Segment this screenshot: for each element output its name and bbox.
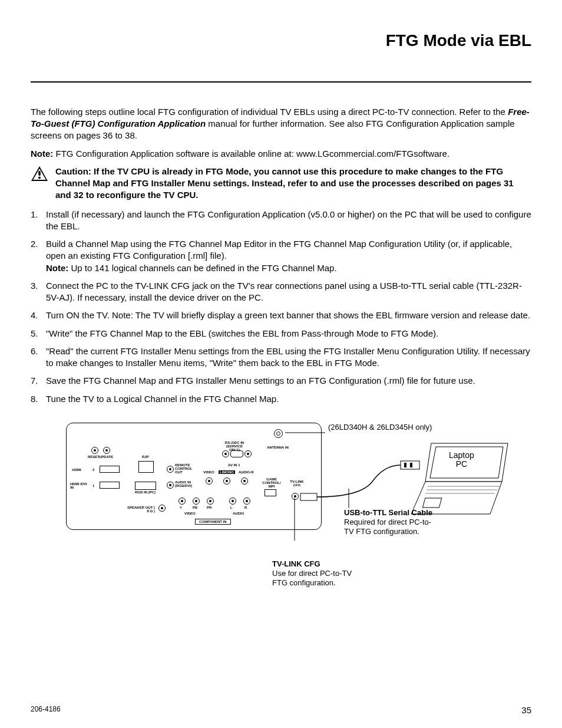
port-label: AV IN 1	[228, 463, 240, 467]
port-label: 1	[92, 484, 94, 487]
tvlink-heading: TV-LINK CFG	[272, 559, 361, 569]
divider	[31, 81, 531, 83]
usb-cable-callout: USB-to-TTL Serial Cable Required for dir…	[344, 508, 432, 537]
note-label: Note:	[46, 263, 68, 273]
port-label: HDMI	[70, 468, 83, 472]
laptop-label-1: Laptop	[449, 450, 474, 460]
step-8: Tune the TV to a Logical Channel in the …	[31, 393, 531, 405]
port-label: 2	[92, 468, 94, 472]
page-title: FTG Mode via EBL	[31, 29, 531, 52]
svg-rect-0	[38, 171, 41, 176]
step-text: Save the FTG Channel Map and FTG Install…	[46, 375, 475, 386]
step-text: Connect the PC to the TV-LINK CFG jack o…	[46, 281, 522, 302]
note-body: FTG Configuration Application software i…	[53, 149, 449, 159]
svg-rect-6	[404, 463, 406, 467]
step-6: "Read" the current FTG Installer Menu se…	[31, 345, 531, 370]
step-text: Tune the TV to a Logical Channel in the …	[46, 394, 279, 404]
step-4: Turn ON the TV. Note: The TV will briefl…	[31, 309, 531, 321]
svg-point-1	[38, 176, 41, 179]
port-label: AUDIO-R	[239, 470, 254, 474]
steps-list: Install (if necessary) and launch the FT…	[31, 209, 531, 405]
step-1: Install (if necessary) and launch the FT…	[31, 209, 531, 233]
step-3: Connect the PC to the TV-LINK CFG jack o…	[31, 280, 531, 304]
port-label: GAME CONTROL/ MPI	[261, 477, 282, 488]
antenna-note: (26LD340H & 26LD345H only)	[328, 423, 432, 432]
tv-rear-panel: RESET UPDATE RJP HDMI 2 HDMI /DVI IN 1 R…	[66, 423, 322, 530]
software-note: Note: FTG Configuration Application soft…	[31, 148, 531, 160]
port-label: L	[230, 506, 233, 509]
port-label: VIDEO	[203, 470, 214, 474]
port-label: REMOTE CONTROL OUT	[175, 463, 194, 474]
usb-heading: USB-to-TTL Serial Cable	[344, 508, 432, 518]
step-text: "Write" the FTG Channel Map to the EBL (…	[46, 328, 438, 338]
port-label: Y	[180, 506, 182, 509]
port-label: R	[244, 506, 247, 509]
port-label: PR	[207, 506, 211, 509]
port-label: COMPONENT IN	[195, 519, 231, 525]
note-label: Note:	[31, 149, 53, 159]
port-label: TV-LINK CFG	[288, 480, 306, 487]
warning-icon	[31, 166, 48, 185]
usb-body: Required for direct PC-to-TV FTG configu…	[344, 518, 432, 537]
caution-text: Caution: If the TV CPU is already in FTG…	[55, 166, 531, 202]
port-label: ANTENNA IN	[267, 446, 289, 449]
step-2: Build a Channel Map using the FTG Channe…	[31, 238, 531, 274]
port-label: RESET	[88, 455, 100, 459]
intro-text-a: The following steps outline local FTG co…	[31, 107, 508, 117]
port-label: PB	[193, 506, 197, 509]
step-text: "Read" the current FTG Installer Menu se…	[46, 346, 530, 368]
step-5: "Write" the FTG Channel Map to the EBL (…	[31, 328, 531, 340]
svg-rect-12	[422, 498, 441, 508]
port-label: AUDIO	[233, 512, 244, 515]
caution-block: Caution: If the TV CPU is already in FTG…	[31, 166, 531, 202]
port-label: HDMI /DVI IN	[70, 482, 88, 489]
step-text: Install (if necessary) and launch the FT…	[46, 209, 531, 231]
step-text: Turn ON the TV. Note: The TV will briefl…	[46, 310, 530, 320]
tvlink-body: Use for direct PC-to-TV FTG configuratio…	[272, 569, 361, 588]
step-7: Save the FTG Channel Map and FTG Install…	[31, 375, 531, 387]
laptop-label-2: PC	[456, 459, 467, 469]
step-text: Build a Channel Map using the FTG Channe…	[46, 239, 512, 261]
port-label: RGB IN (PC)	[135, 490, 156, 494]
intro-paragraph: The following steps outline local FTG co…	[31, 106, 531, 142]
port-label: SPEAKER OUT ( 8 Ω )	[125, 506, 155, 513]
port-label: VIDEO	[184, 512, 196, 515]
port-label: AUDIO IN (RGB/DVI)	[175, 480, 195, 487]
port-label: RJP	[142, 455, 149, 459]
port-label: L/MONO	[219, 470, 235, 474]
port-label: UPDATE	[99, 455, 113, 459]
connection-diagram: RESET UPDATE RJP HDMI 2 HDMI /DVI IN 1 R…	[31, 423, 531, 611]
tvlink-callout: TV-LINK CFG Use for direct PC-to-TV FTG …	[272, 559, 361, 588]
note-body: Up to 141 logical channels can be define…	[68, 263, 336, 273]
